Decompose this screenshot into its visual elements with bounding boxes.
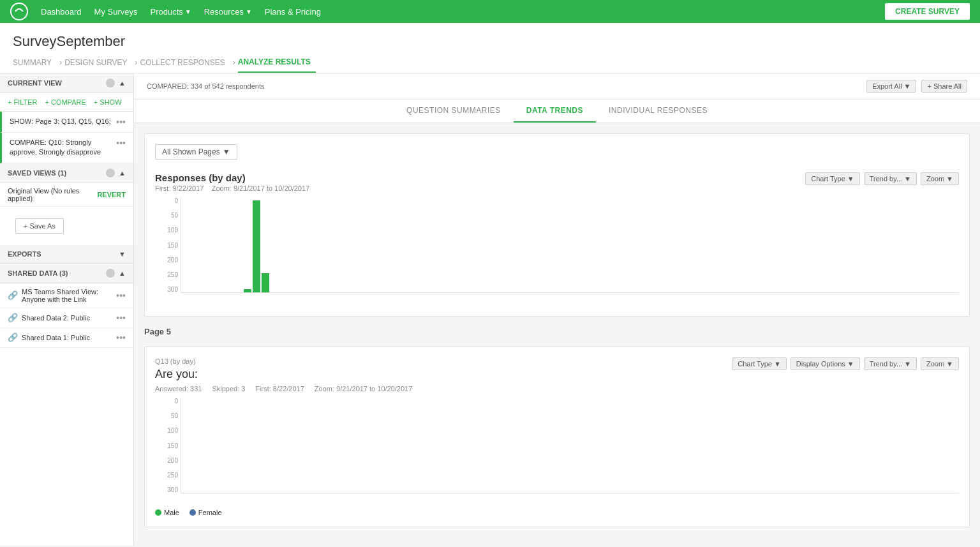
revert-button[interactable]: REVERT: [97, 191, 126, 199]
shared-item-0[interactable]: 🔗 MS Teams Shared View: Anyone with the …: [0, 283, 133, 308]
saved-views-collapse-icon: ▲: [119, 169, 126, 177]
link-icon-0: 🔗: [8, 290, 18, 300]
responses-trend-by-btn[interactable]: Trend by... ▼: [864, 172, 917, 185]
show-item-menu-icon[interactable]: •••: [116, 117, 126, 127]
q13-skipped: Skipped: 3: [212, 385, 245, 393]
breadcrumb-collect-responses[interactable]: COLLECT RESPONSES: [140, 58, 230, 72]
breadcrumb-summary[interactable]: SUMMARY: [13, 58, 57, 72]
breadcrumb-arrow-1: ›: [59, 58, 62, 72]
shared-item-1-menu-icon[interactable]: •••: [116, 313, 126, 323]
export-all-button[interactable]: Export All ▼: [866, 80, 916, 93]
tabs-bar: QUESTION SUMMARIES DATA TRENDS INDIVIDUA…: [134, 100, 980, 123]
show-button[interactable]: + SHOW: [91, 97, 124, 107]
q13-trend-by-btn[interactable]: Trend by... ▼: [864, 357, 917, 370]
compare-item[interactable]: COMPARE: Q10: Strongly approve, Strongly…: [0, 133, 133, 163]
current-view-header[interactable]: CURRENT VIEW ▲: [0, 73, 133, 93]
breadcrumb-design-survey[interactable]: DESIGN SURVEY: [64, 58, 132, 72]
link-icon-2: 🔗: [8, 333, 18, 342]
nav-resources[interactable]: Resources ▼: [204, 7, 252, 17]
nav-left: Dashboard My Surveys Products ▼ Resource…: [10, 3, 321, 20]
breadcrumb-analyze-results[interactable]: ANALYZE RESULTS: [238, 57, 316, 73]
breadcrumb-arrow-3: ›: [233, 58, 235, 72]
legend-male-dot: [155, 509, 161, 516]
top-navigation: Dashboard My Surveys Products ▼ Resource…: [0, 0, 980, 23]
products-chevron-icon: ▼: [185, 8, 191, 15]
q13-chart-section: Q13 (by day) Are you: Answered: 331 Skip…: [144, 347, 970, 527]
create-survey-button[interactable]: CREATE SURVEY: [885, 3, 970, 20]
all-shown-pages-chevron-icon: ▼: [223, 147, 230, 156]
svg-point-0: [11, 3, 27, 20]
q13-trend-by-chevron-icon: ▼: [904, 360, 911, 368]
info-icon: [106, 79, 115, 87]
q13-zoom-btn[interactable]: Zoom ▼: [921, 357, 959, 370]
responses-chart-inner: All Shown Pages ▼ Responses (by day) Fir…: [145, 134, 969, 316]
q13-first: First: 8/22/2017: [255, 385, 304, 393]
show-item-text: SHOW: Page 3: Q13, Q15, Q16;: [10, 117, 116, 126]
resources-chevron-icon: ▼: [246, 8, 252, 15]
compared-text: COMPARED: 334 of 542 respondents: [147, 82, 264, 90]
link-icon-1: 🔗: [8, 313, 18, 322]
q13-zoom: Zoom: 9/21/2017 to 10/20/2017: [315, 385, 413, 393]
q13-chart-header: Q13 (by day) Are you: Answered: 331 Skip…: [155, 357, 959, 393]
nav-plans-pricing[interactable]: Plans & Pricing: [265, 7, 321, 17]
share-all-button[interactable]: + Share All: [921, 80, 967, 93]
logo[interactable]: [10, 3, 28, 20]
shared-data-label: SHARED DATA (3): [8, 269, 68, 277]
legend-male: Male: [155, 509, 179, 516]
q13-question: Are you:: [155, 368, 412, 381]
nav-dashboard[interactable]: Dashboard: [41, 7, 82, 17]
filter-button[interactable]: + FILTER: [5, 97, 40, 107]
export-all-chevron-icon: ▼: [904, 82, 911, 90]
breadcrumb-arrow-2: ›: [135, 58, 138, 72]
q13-chart-controls: Chart Type ▼ Display Options ▼ Trend by.…: [732, 357, 959, 370]
shared-data-header[interactable]: SHARED DATA (3) ▲: [0, 264, 133, 283]
shared-data-collapse-icon: ▲: [119, 269, 126, 277]
q13-display-options-chevron-icon: ▼: [847, 360, 854, 368]
responses-zoom-label: Zoom: 9/21/2017 to 10/20/2017: [212, 184, 310, 192]
q13-bars: [181, 398, 959, 493]
responses-chart-controls: Chart Type ▼ Trend by... ▼ Zoom ▼: [805, 172, 959, 185]
shared-item-2-text: Shared Data 1: Public: [22, 334, 90, 341]
tab-data-trends[interactable]: DATA TRENDS: [514, 100, 596, 123]
shared-item-0-menu-icon[interactable]: •••: [116, 290, 126, 301]
shared-item-2[interactable]: 🔗 Shared Data 1: Public •••: [0, 328, 133, 348]
responses-bar-8: [253, 200, 260, 292]
saved-views-info-icon: [106, 169, 115, 177]
show-item[interactable]: SHOW: Page 3: Q13, Q15, Q16; •••: [0, 112, 133, 133]
responses-chart-subtitle: First: 9/22/2017 Zoom: 9/21/2017 to 10/2…: [155, 184, 309, 192]
shared-data-icons: ▲: [106, 269, 126, 278]
responses-bars: [181, 197, 959, 293]
all-shown-pages-dropdown[interactable]: All Shown Pages ▼: [155, 144, 237, 160]
tab-individual-responses[interactable]: INDIVIDUAL RESPONSES: [596, 100, 720, 123]
exports-header[interactable]: EXPORTS ▼: [0, 245, 133, 264]
chart-type-chevron-icon: ▼: [847, 175, 854, 183]
save-as-button[interactable]: + Save As: [15, 218, 64, 234]
shared-data-info-icon: [106, 269, 115, 278]
page5-label: Page 5: [134, 327, 980, 336]
nav-my-surveys[interactable]: My Surveys: [94, 7, 138, 17]
current-view-label: CURRENT VIEW: [8, 79, 62, 87]
q13-legend: Male Female: [155, 509, 959, 516]
sidebar-actions: + FILTER + COMPARE + SHOW: [0, 93, 133, 112]
content-topbar: COMPARED: 334 of 542 respondents Export …: [134, 73, 980, 100]
page-header: SurveySeptember SUMMARY › DESIGN SURVEY …: [0, 23, 980, 73]
compare-button[interactable]: + COMPARE: [43, 97, 89, 107]
shared-item-2-menu-icon[interactable]: •••: [116, 333, 126, 343]
legend-female: Female: [189, 509, 222, 516]
responses-chart-type-btn[interactable]: Chart Type ▼: [805, 172, 860, 185]
shared-item-1[interactable]: 🔗 Shared Data 2: Public •••: [0, 308, 133, 328]
responses-y-axis: 300 250 200 150 100 50 0: [155, 197, 181, 293]
main-content: COMPARED: 334 of 542 respondents Export …: [134, 73, 980, 545]
q13-answered: Answered: 331: [155, 385, 202, 393]
tab-question-summaries[interactable]: QUESTION SUMMARIES: [394, 100, 514, 123]
nav-products[interactable]: Products ▼: [151, 7, 191, 17]
q13-stats: Answered: 331 Skipped: 3 First: 8/22/201…: [155, 385, 412, 393]
compare-item-menu-icon[interactable]: •••: [116, 138, 126, 148]
responses-zoom-btn[interactable]: Zoom ▼: [921, 172, 959, 185]
saved-views-label: SAVED VIEWS (1): [8, 169, 66, 177]
saved-views-header[interactable]: SAVED VIEWS (1) ▲: [0, 163, 133, 183]
responses-chart-section: All Shown Pages ▼ Responses (by day) Fir…: [144, 133, 970, 317]
q13-display-options-btn[interactable]: Display Options ▼: [791, 357, 860, 370]
q13-chart-type-btn[interactable]: Chart Type ▼: [732, 357, 787, 370]
exports-icons: ▼: [119, 250, 126, 258]
